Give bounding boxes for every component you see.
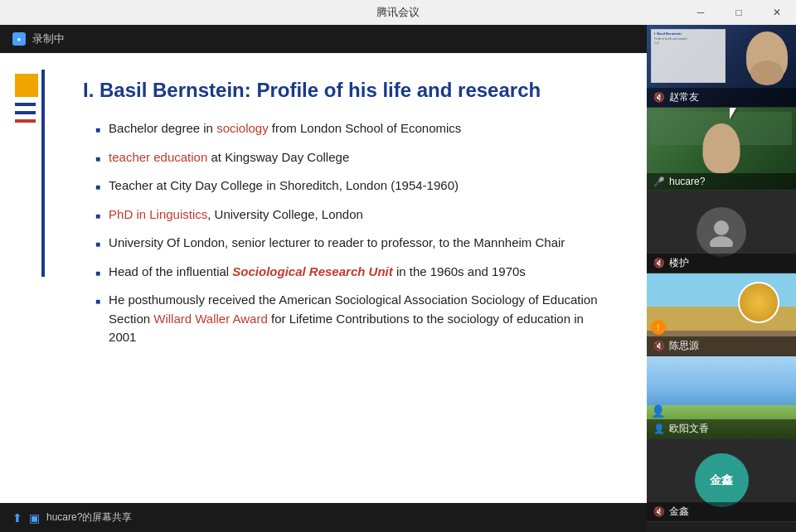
participant-name-bar-1: 🔇 赵常友	[647, 88, 796, 107]
slide-inner: I. Basil Bernstein: Profile of his life …	[83, 78, 614, 347]
share-icon: ⬆	[12, 511, 22, 525]
mic-icon-2: 🎤	[653, 177, 665, 187]
bullet-icon-7: ■	[95, 295, 100, 307]
participant-name-4: 陈思源	[669, 339, 699, 353]
bullet-icon-3: ■	[95, 181, 100, 193]
bullet-icon-4: ■	[95, 210, 100, 222]
bullet-7: ■ He posthumously received the American …	[95, 291, 614, 347]
participant-name-bar-6: 🔇 金鑫	[647, 502, 796, 521]
mic-icon-6: 🔇	[653, 506, 665, 517]
close-button[interactable]: ✕	[758, 0, 796, 25]
participant-card-5: 👤 👤 欧阳文香	[647, 356, 796, 439]
participant-name-1: 赵常友	[669, 90, 699, 104]
bullet-1: ■ Bachelor degree in sociology from Lond…	[95, 119, 614, 138]
bottom-bar: ⬆ ▣ hucare?的屏幕共享	[0, 503, 647, 532]
bullet-6: ■ Head of the influential Sociological R…	[95, 263, 614, 282]
svg-point-0	[714, 220, 729, 235]
person-badge-5: 👤	[651, 404, 665, 418]
participant-card-3: 🔇 楼护	[647, 191, 796, 273]
person-icon-3	[706, 217, 736, 247]
title-bar-controls: ─ □ ✕	[682, 0, 796, 25]
participant-card-2: 🎤 hucare?	[647, 108, 796, 191]
avatar-sun-4	[738, 282, 779, 323]
participant-name-bar-2: 🎤 hucare?	[647, 173, 796, 190]
title-bar: 腾讯会议 ─ □ ✕	[0, 0, 796, 25]
bullet-icon-6: ■	[95, 267, 100, 279]
avatar-6: 金鑫	[695, 453, 749, 507]
highlight-teacher-education: teacher education	[109, 150, 207, 164]
highlight-award: Willard Waller Award	[153, 312, 268, 326]
highlight-sru: Sociological Research Unit	[232, 264, 392, 278]
share-label: hucare?的屏幕共享	[46, 510, 132, 525]
video-face-1	[746, 31, 788, 81]
bullet-2: ■ teacher education at Kingsway Day Coll…	[95, 148, 614, 167]
participant-name-3: 楼护	[669, 256, 689, 270]
mic-icon-1: 🔇	[653, 92, 665, 103]
presentation-panel: 录制中 I. Basil Bernstein: Profile of his l…	[0, 25, 647, 532]
mic-icon-5: 👤	[653, 423, 665, 434]
highlight-phd: PhD in Linguistics	[109, 207, 207, 221]
participant-name-bar-5: 👤 欧阳文香	[647, 419, 796, 438]
recording-label: 录制中	[32, 31, 65, 46]
avatar-3	[696, 207, 746, 257]
participant-card-1: I. Basil Bernstein: Profile of his life …	[647, 25, 796, 108]
minimize-button[interactable]: ─	[682, 0, 720, 25]
mic-icon-4: 🔇	[653, 341, 665, 351]
participant-card-6: 金鑫 🔇 金鑫	[647, 439, 796, 522]
bullet-3: ■ Teacher at City Day College in Shoredi…	[95, 177, 614, 196]
participant-name-5: 欧阳文香	[669, 422, 709, 436]
slide-bullets: ■ Bachelor degree in sociology from Lond…	[95, 119, 614, 347]
video-face-2	[703, 123, 740, 173]
screen-icon: ▣	[29, 511, 40, 525]
participant-name-bar-4: 🔇 陈思源	[647, 336, 796, 355]
main-layout: 录制中 I. Basil Bernstein: Profile of his l…	[0, 25, 796, 532]
participant-name-bar-3: 🔇 楼护	[647, 254, 796, 273]
bullet-icon-2: ■	[95, 152, 100, 165]
participant-card-4: ! 🔇 陈思源	[647, 273, 796, 356]
slide-area: I. Basil Bernstein: Profile of his life …	[0, 53, 647, 503]
bullet-icon-1: ■	[95, 123, 100, 136]
participant-name-6: 金鑫	[669, 505, 689, 519]
notification-badge-4: !	[651, 320, 666, 335]
recording-dot-icon	[12, 32, 26, 46]
participants-panel: I. Basil Bernstein: Profile of his life …	[647, 25, 796, 532]
participant-name-2: hucare?	[669, 176, 705, 187]
slide-title: I. Basil Bernstein: Profile of his life …	[83, 78, 614, 103]
svg-point-1	[710, 236, 733, 247]
recording-bar: 录制中	[0, 25, 647, 53]
title-bar-title: 腾讯会议	[376, 5, 420, 20]
highlight-sociology: sociology	[216, 121, 269, 135]
mic-icon-3: 🔇	[653, 258, 665, 268]
bullet-icon-5: ■	[95, 238, 100, 250]
bullet-5: ■ University Of London, senior lecturer …	[95, 234, 614, 253]
maximize-button[interactable]: □	[720, 0, 758, 25]
bullet-4: ■ PhD in Linguistics, University College…	[95, 206, 614, 225]
